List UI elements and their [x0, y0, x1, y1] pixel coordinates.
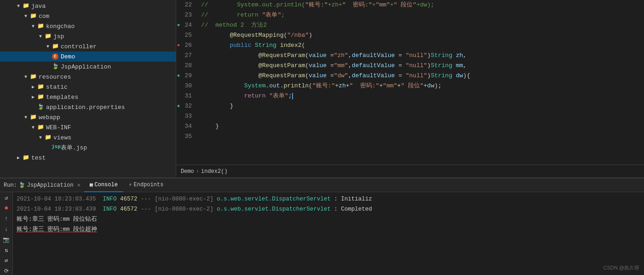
run-spring-icon: 🍃 [19, 182, 25, 189]
tab-console[interactable]: ▦ Console [84, 178, 123, 192]
tree-arrow-resources: ▼ [22, 74, 29, 80]
main-area: ▼ 📁 java ▼ 📁 com ▼ 📁 kongchao [0, 0, 644, 178]
log-ts-2: 2021-10-04 18:23:03.439 [17, 204, 96, 214]
tree-arrow-com: ▼ [22, 14, 29, 19]
sidebar-label-jsp: jsp [53, 33, 64, 40]
tree-arrow-test: ▶ [15, 155, 22, 160]
line-num-31: 31 [176, 91, 196, 101]
scroll-up-button[interactable]: ↑ [1, 215, 12, 223]
sidebar-label-resources: resources [39, 74, 71, 80]
code-line-31: return "表单"; [201, 91, 644, 101]
sidebar-item-kongchao[interactable]: ▼ 📁 kongchao [0, 21, 176, 31]
sidebar-item-java[interactable]: ▼ 📁 java [0, 1, 176, 11]
editor: 22 23 ◈ 24 25 ● 26 27 28 ◈ 29 30 31 [176, 0, 644, 178]
line-num-29: ◈ 29 [176, 71, 196, 81]
tree-arrow-webapp: ▼ [22, 115, 29, 120]
log-plain-4: 账号:唐三 密码:mm 段位超神 [17, 224, 97, 235]
tab-endpoints[interactable]: ⚡ Endpoints [123, 178, 169, 192]
panel-sidebar: ↺ ■ ↑ ↓ 📷 ⇅ ⇄ ⟳ [0, 192, 13, 275]
clear-button[interactable]: ⟳ [1, 267, 12, 275]
sidebar-label-webinf: WEB-INF [46, 124, 71, 131]
sidebar-label-appprops: application.properties [46, 104, 125, 111]
sidebar-label-views: views [53, 134, 71, 141]
folder-icon-webinf: 📁 [37, 124, 44, 131]
sidebar-item-com[interactable]: ▼ 📁 com [0, 11, 176, 21]
log-line-1: 2021-10-04 18:23:03.435 INFO 46572 --- [… [17, 194, 640, 204]
sidebar-item-biaodan[interactable]: ▶ jsp 表单.jsp [0, 143, 176, 153]
panel-tabs: ▦ Console ⚡ Endpoints [84, 178, 169, 192]
sidebar-item-jsp[interactable]: ▼ 📁 jsp [0, 31, 176, 41]
tree-arrow-java: ▼ [15, 4, 22, 9]
console-icon: ▦ [90, 182, 93, 188]
sidebar-item-controller[interactable]: ▼ 📁 controller [0, 41, 176, 52]
sidebar-item-test[interactable]: ▶ 📁 test [0, 153, 176, 163]
sidebar-item-jspapplication[interactable]: 🍃 JspApplication [0, 62, 176, 72]
code-line-35 [201, 132, 644, 142]
sidebar-item-static[interactable]: ▶ 📁 static [0, 82, 176, 92]
sidebar-label-com: com [39, 13, 49, 20]
sidebar-label-static: static [46, 84, 68, 91]
sidebar-label-biaodan: 表单.jsp [61, 143, 87, 152]
stop-button[interactable]: ■ [1, 205, 12, 212]
scroll-down-button[interactable]: ↓ [1, 225, 12, 233]
folder-icon-templates: 📁 [37, 93, 44, 101]
tree-arrow-webinf: ▼ [29, 125, 37, 130]
sidebar-item-webapp[interactable]: ▼ 📁 webapp [0, 112, 176, 122]
line-num-33: 33 [176, 111, 196, 121]
watermark: CSDN @执久呀 [604, 264, 639, 271]
log-colon-2: : [331, 204, 341, 214]
sidebar-item-resources[interactable]: ▼ 📁 resources [0, 72, 176, 82]
run-text: Run: [4, 182, 17, 189]
wrap-button[interactable]: ⇄ [1, 257, 12, 265]
code-content[interactable]: // System.out.println("账号:"+zh+" 密码:"+"m… [199, 0, 644, 165]
line-num-30: 30 [176, 81, 196, 91]
sidebar-item-demo[interactable]: C Demo [0, 52, 176, 62]
code-line-33 [201, 111, 644, 121]
breadcrumb-sep: › [196, 168, 199, 175]
line-num-25: 25 [176, 30, 196, 40]
sidebar-label-java: java [31, 3, 46, 10]
code-line-25: @RequestMapping("/nba") [201, 30, 644, 40]
code-line-30: System.out.println("账号:"+zh+" 密码:"+"mm"+… [201, 81, 644, 91]
cursor [292, 93, 293, 99]
log-msg-1: Initializ [341, 194, 372, 204]
gutter-icon-24: ◈ [177, 20, 180, 30]
tree-arrow-static: ▶ [29, 84, 37, 90]
panel-logs: 2021-10-04 18:23:03.435 INFO 46572 --- [… [13, 192, 644, 275]
tab-console-label: Console [95, 182, 118, 188]
log-thread-2: [nio-8080-exec-2] [155, 204, 213, 214]
screenshot-button[interactable]: 📷 [1, 236, 12, 244]
log-level-1: INFO [103, 194, 117, 204]
sidebar-label-test: test [31, 155, 46, 161]
panel-content: ↺ ■ ↑ ↓ 📷 ⇅ ⇄ ⟳ 2021-10-04 18:23:03.435 … [0, 192, 644, 275]
sidebar-item-views[interactable]: ▼ 📁 views [0, 132, 176, 143]
gutter-icon-29: ◈ [177, 71, 180, 81]
folder-icon-static: 📁 [37, 83, 44, 91]
restart-button[interactable]: ↺ [1, 194, 12, 202]
run-close-icon[interactable]: ✕ [77, 182, 80, 189]
log-pid-1: 46572 [120, 194, 138, 204]
sidebar-label-jspapplication: JspApplication [61, 63, 111, 70]
line-num-22: 22 [176, 0, 196, 10]
line-num-23: 23 [176, 10, 196, 20]
folder-icon-views: 📁 [44, 134, 52, 141]
log-colon-1: : [331, 194, 341, 204]
sidebar-item-templates[interactable]: ▶ 📁 templates [0, 92, 176, 102]
sort-button[interactable]: ⇅ [1, 246, 12, 254]
breadcrumb-method: index2() [201, 168, 228, 175]
tree-arrow-jsp: ▼ [37, 34, 44, 39]
line-numbers: 22 23 ◈ 24 25 ● 26 27 28 ◈ 29 30 31 [176, 0, 199, 165]
folder-icon-test: 📁 [22, 154, 29, 161]
tab-endpoints-label: Endpoints [134, 182, 164, 188]
sidebar-item-appprops[interactable]: ▶ 🍃 application.properties [0, 102, 176, 112]
breadcrumb: Demo › index2() [176, 165, 644, 178]
folder-icon-java: 📁 [22, 2, 29, 10]
folder-icon-resources: 📁 [29, 73, 37, 80]
code-line-34: } [201, 121, 644, 132]
code-line-28: @RequestParam(value ="mm",defaultValue =… [201, 61, 644, 71]
run-label: Run: 🍃 JspApplication ✕ [4, 182, 80, 189]
sidebar-item-webinf[interactable]: ▼ 📁 WEB-INF [0, 122, 176, 132]
log-class-2: o.s.web.servlet.DispatcherServlet [217, 204, 331, 214]
line-num-26: ● 26 [176, 40, 196, 51]
tree-arrow-views: ▼ [37, 135, 44, 140]
